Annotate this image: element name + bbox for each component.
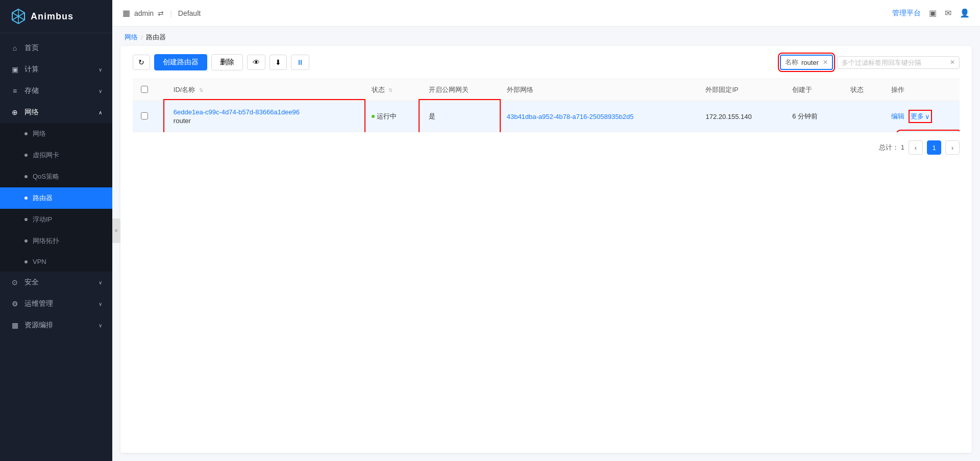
row-external-network-cell: 43b41dba-a952-4b78-a716-25058935b2d5 xyxy=(499,101,698,132)
row-checkbox-cell xyxy=(133,101,165,132)
sidebar-item-home-label: 首页 xyxy=(24,43,39,53)
sidebar-item-security-label: 安全 xyxy=(24,278,39,287)
grid-view-icon[interactable]: ▣ xyxy=(929,8,937,18)
prev-page-button[interactable]: ‹ xyxy=(909,140,923,155)
sidebar-item-network[interactable]: ⊕ 网络 ∧ xyxy=(0,102,112,123)
topology-dot xyxy=(24,239,28,242)
row-id[interactable]: 6edde1ea-c99c-4d74-b57d-83666a1dee96 xyxy=(174,108,355,116)
topbar-default: Default xyxy=(178,9,201,17)
row-gateway: 是 xyxy=(429,112,435,120)
topbar: ▦ admin ⇄ | Default 管理平台 ▣ ✉ 👤 xyxy=(112,0,980,27)
filter-input-wrap: ✕ xyxy=(837,56,960,69)
vnic-dot xyxy=(24,154,28,157)
sidebar-menu: ⌂ 首页 ▣ 计算 ∨ ≡ 存储 ∨ ⊕ 网络 ∧ 网络 虚 xyxy=(0,33,112,461)
row-state-cell xyxy=(842,101,884,132)
row-created-at-cell: 6 分钟前 xyxy=(784,101,842,132)
col-external-ip: 外部固定IP xyxy=(697,79,784,101)
logo-text: Animbus xyxy=(31,11,74,22)
breadcrumb: 网络 / 路由器 xyxy=(112,27,980,46)
row-created-at: 6 分钟前 xyxy=(792,112,818,120)
row-checkbox[interactable] xyxy=(141,112,148,119)
page-1-button[interactable]: 1 xyxy=(927,140,941,155)
sidebar-item-floating-ip-label: 浮动IP xyxy=(33,215,52,224)
sidebar-item-vpn-label: VPN xyxy=(33,258,46,265)
table-header: ID/名称 ⇅ 状态 ⇅ 开启公网网关 外部网络 xyxy=(133,79,960,101)
qos-dot xyxy=(24,175,28,178)
col-id-name: ID/名称 ⇅ xyxy=(165,79,363,101)
col-checkbox xyxy=(133,79,165,101)
logo: Animbus xyxy=(0,0,112,33)
sidebar-item-compute[interactable]: ▣ 计算 ∨ xyxy=(0,59,112,80)
filter-tag-name: 名称 router ✕ xyxy=(780,55,833,70)
delete-button[interactable]: 删除 xyxy=(211,54,243,70)
home-icon: ⌂ xyxy=(10,43,19,53)
network-arrow: ∧ xyxy=(99,110,102,115)
table-body: 6edde1ea-c99c-4d74-b57d-83666a1dee96 rou… xyxy=(133,101,960,132)
ops-arrow: ∨ xyxy=(99,301,102,307)
filter-input[interactable] xyxy=(842,59,950,66)
sidebar-item-qos[interactable]: QoS策略 xyxy=(0,166,112,187)
pagination: 总计： 1 ‹ 1 › xyxy=(133,132,960,155)
vpn-dot xyxy=(24,260,28,263)
security-arrow: ∨ xyxy=(99,280,102,285)
select-all-checkbox[interactable] xyxy=(141,86,148,93)
sidebar-item-compute-label: 计算 xyxy=(24,65,39,74)
create-router-button[interactable]: 创建路由器 xyxy=(154,54,207,70)
sidebar-collapse-handle[interactable]: ≡ xyxy=(112,219,120,243)
grid-icon: ▦ xyxy=(122,8,130,18)
mail-icon[interactable]: ✉ xyxy=(945,8,951,18)
table-row: 6edde1ea-c99c-4d74-b57d-83666a1dee96 rou… xyxy=(133,101,960,132)
resource-arrow: ∨ xyxy=(99,323,102,328)
storage-icon: ≡ xyxy=(10,86,19,95)
row-actions-cell: 编辑 更多 ∨ 连接子网 断开子网 关闭公网网关 xyxy=(883,101,960,132)
sort-icon-status[interactable]: ⇅ xyxy=(388,87,393,93)
download-button[interactable]: ⬇ xyxy=(270,55,287,70)
sidebar-item-network-sub-label: 网络 xyxy=(33,129,46,138)
sidebar-item-storage[interactable]: ≡ 存储 ∨ xyxy=(0,80,112,102)
sidebar-item-storage-label: 存储 xyxy=(24,86,39,95)
sidebar-item-floating-ip[interactable]: 浮动IP xyxy=(0,209,112,230)
total-label: 总计： 1 xyxy=(879,143,904,152)
sidebar-item-vnic[interactable]: 虚拟网卡 xyxy=(0,144,112,166)
col-created-at: 创建于 xyxy=(784,79,842,101)
topbar-sync-icon: ⇄ xyxy=(158,9,164,17)
sort-icon-id[interactable]: ⇅ xyxy=(199,87,203,93)
topbar-left: ▦ admin ⇄ | Default xyxy=(122,8,201,18)
row-gateway-cell: 是 xyxy=(421,101,499,132)
compute-arrow: ∨ xyxy=(99,67,102,72)
power-button[interactable]: ⏸ xyxy=(291,55,309,70)
more-chevron-icon: ∨ xyxy=(925,113,930,120)
row-external-network[interactable]: 43b41dba-a952-4b78-a716-25058935b2d5 xyxy=(507,113,634,120)
topbar-admin: admin xyxy=(134,9,154,17)
sidebar: Animbus ⌂ 首页 ▣ 计算 ∨ ≡ 存储 ∨ ⊕ 网络 ∧ 网络 xyxy=(0,0,112,461)
sidebar-item-resource[interactable]: ▦ 资源编排 ∨ xyxy=(0,314,112,336)
content-area: ↻ 创建路由器 删除 👁 ⬇ ⏸ 名称 router ✕ ✕ xyxy=(120,46,972,453)
sidebar-item-ops[interactable]: ⚙ 运维管理 ∨ xyxy=(0,293,112,314)
refresh-button[interactable]: ↻ xyxy=(133,55,150,70)
management-link[interactable]: 管理平台 xyxy=(892,9,921,18)
filter-clear-button[interactable]: ✕ xyxy=(950,59,955,66)
topbar-divider-1: | xyxy=(170,9,172,17)
filter-tag-close-button[interactable]: ✕ xyxy=(823,59,828,66)
sidebar-item-vpn[interactable]: VPN xyxy=(0,252,112,272)
user-icon[interactable]: 👤 xyxy=(960,8,970,18)
sidebar-item-network-sub[interactable]: 网络 xyxy=(0,123,112,144)
eye-button[interactable]: 👁 xyxy=(247,55,265,70)
next-page-button[interactable]: › xyxy=(945,140,960,155)
actions-dropdown-menu: 连接子网 断开子网 关闭公网网关 xyxy=(898,132,960,132)
sidebar-item-router[interactable]: 路由器 xyxy=(0,187,112,209)
sidebar-item-topology[interactable]: 网络拓扑 xyxy=(0,230,112,252)
breadcrumb-parent[interactable]: 网络 xyxy=(125,33,138,42)
col-gateway: 开启公网网关 xyxy=(421,79,499,101)
more-action-button[interactable]: 更多 ∨ xyxy=(911,112,930,121)
ops-icon: ⚙ xyxy=(10,299,19,308)
security-icon: ⊙ xyxy=(10,278,19,287)
row-id-name-cell: 6edde1ea-c99c-4d74-b57d-83666a1dee96 rou… xyxy=(165,101,363,132)
filter-tag-value: router xyxy=(801,59,819,66)
sidebar-item-router-label: 路由器 xyxy=(33,193,53,203)
sidebar-item-ops-label: 运维管理 xyxy=(24,299,53,308)
table-wrap: ID/名称 ⇅ 状态 ⇅ 开启公网网关 外部网络 xyxy=(133,79,960,132)
sidebar-item-security[interactable]: ⊙ 安全 ∨ xyxy=(0,272,112,293)
sidebar-item-home[interactable]: ⌂ 首页 xyxy=(0,37,112,59)
edit-action-button[interactable]: 编辑 xyxy=(891,112,904,120)
